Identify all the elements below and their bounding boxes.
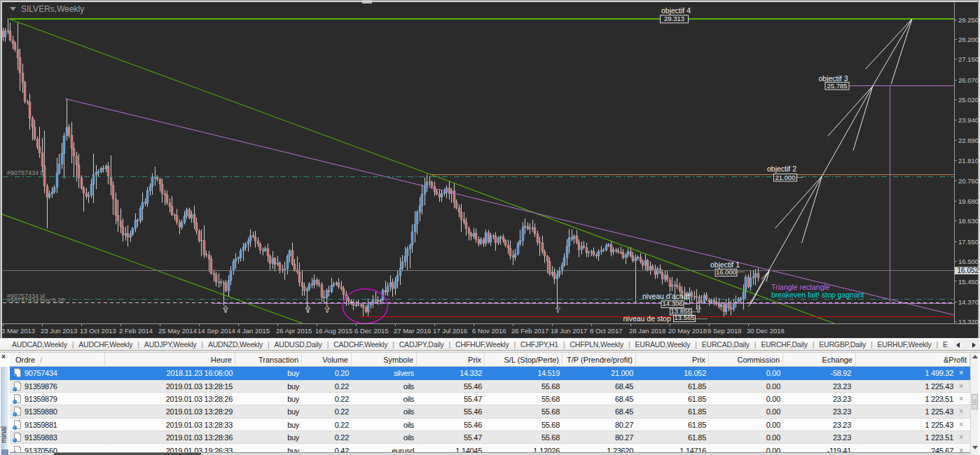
svg-text:13 Oct 2013: 13 Oct 2013 <box>80 327 116 335</box>
svg-text:20.760: 20.760 <box>958 177 979 185</box>
svg-text:14 Sep 2014: 14 Sep 2014 <box>198 327 235 335</box>
svg-text:29.313: 29.313 <box>664 15 684 22</box>
svg-text:16.052: 16.052 <box>958 267 979 274</box>
svg-text:15.450: 15.450 <box>958 278 979 286</box>
svg-text:3 Mar 2013: 3 Mar 2013 <box>1 327 35 335</box>
svg-text:2 Feb 2014: 2 Feb 2014 <box>119 327 153 335</box>
svg-text:19.680: 19.680 <box>958 197 979 205</box>
svg-text:23.940: 23.940 <box>958 116 979 124</box>
svg-text:27.150: 27.150 <box>958 55 979 63</box>
svg-text:26.070: 26.070 <box>958 76 979 84</box>
svg-text:16 Aug 2015: 16 Aug 2015 <box>315 327 352 335</box>
svg-text:#90757434 tp: #90757434 tp <box>7 169 46 176</box>
svg-text:14.306: 14.306 <box>662 300 682 307</box>
svg-text:#90757434 buy 0.20: #90757434 buy 0.20 <box>7 297 64 304</box>
svg-text:20 May 2018: 20 May 2018 <box>668 327 707 335</box>
svg-text:breakeven fait! stop gagnant: breakeven fait! stop gagnant <box>771 290 864 299</box>
svg-text:6 Dec 2015: 6 Dec 2015 <box>354 327 389 335</box>
svg-text:22.890: 22.890 <box>958 136 979 144</box>
svg-text:27 Mar 2016: 27 Mar 2016 <box>394 327 431 335</box>
svg-text:6 Nov 2016: 6 Nov 2016 <box>472 327 506 335</box>
svg-text:25 May 2014: 25 May 2014 <box>158 327 197 335</box>
svg-text:28.200: 28.200 <box>958 36 979 43</box>
svg-text:niveau d'achat: niveau d'achat <box>642 292 689 300</box>
svg-text:26 Apr 2015: 26 Apr 2015 <box>276 327 312 335</box>
svg-text:16.500: 16.500 <box>958 258 979 265</box>
svg-text:13.565: 13.565 <box>674 314 694 321</box>
svg-text:18.630: 18.630 <box>958 217 979 225</box>
svg-text:30 Dec 2018: 30 Dec 2018 <box>747 327 785 335</box>
svg-text:17.550: 17.550 <box>958 238 979 246</box>
svg-text:21.000: 21.000 <box>775 174 795 181</box>
svg-text:28 Jan 2018: 28 Jan 2018 <box>629 327 665 335</box>
svg-text:objectif 2: objectif 2 <box>767 164 796 173</box>
svg-text:objectif 4: objectif 4 <box>661 6 691 15</box>
svg-text:29.250: 29.250 <box>958 16 979 24</box>
svg-text:26 Feb 2017: 26 Feb 2017 <box>511 327 548 335</box>
svg-text:25.785: 25.785 <box>827 82 847 90</box>
svg-text:18 Jun 2017: 18 Jun 2017 <box>551 327 587 335</box>
svg-text:SILVERs,Weekly: SILVERs,Weekly <box>21 4 84 14</box>
svg-text:niveau de stop: niveau de stop <box>623 314 671 323</box>
svg-text:14.370: 14.370 <box>958 298 979 306</box>
svg-text:25.020: 25.020 <box>958 96 979 104</box>
svg-text:9 Sep 2018: 9 Sep 2018 <box>708 327 742 335</box>
svg-text:13.320: 13.320 <box>958 318 979 326</box>
svg-text:21.810: 21.810 <box>958 157 979 164</box>
svg-text:4 Jan 2015: 4 Jan 2015 <box>237 327 270 335</box>
svg-text:23 Jun 2013: 23 Jun 2013 <box>41 327 77 335</box>
svg-text:17 Jul 2016: 17 Jul 2016 <box>433 327 467 335</box>
svg-text:16.000: 16.000 <box>716 268 736 276</box>
svg-text:8 Oct 2017: 8 Oct 2017 <box>590 327 622 335</box>
